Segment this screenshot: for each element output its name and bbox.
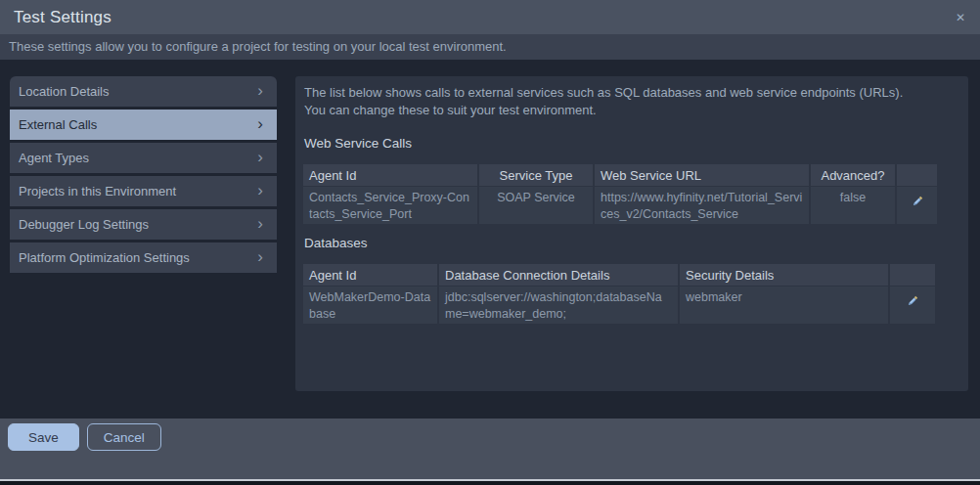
ws-cell-url: https://www.hyfinity.net/Tutorial_Servic… <box>595 187 809 224</box>
cancel-button[interactable]: Cancel <box>87 423 161 451</box>
sidebar-item-projects-in-environment[interactable]: Projects in this Environment › <box>10 176 277 206</box>
sidebar-item-location-details[interactable]: Location Details › <box>10 76 277 107</box>
chevron-right-icon: › <box>257 182 263 198</box>
column-header-web-service-url: Web Service URL <box>595 164 809 186</box>
sidebar-item-label: Agent Types <box>19 151 89 165</box>
sidebar-item-external-calls[interactable]: External Calls › <box>10 110 277 140</box>
chevron-right-icon: › <box>257 82 263 99</box>
sidebar-item-debugger-log-settings[interactable]: Debugger Log Settings › <box>10 209 277 240</box>
column-header-advanced: Advanced? <box>811 164 895 186</box>
dialog-title: Test Settings <box>14 8 111 27</box>
sidebar-item-label: Platform Optimization Settings <box>19 250 190 265</box>
sidebar-item-platform-optimization-settings[interactable]: Platform Optimization Settings › <box>10 242 277 273</box>
ws-cell-agent-id: Contacts_Service_Proxy-Contacts_Service_… <box>303 187 477 224</box>
subtitle-bar: These settings allow you to configure a … <box>0 34 980 60</box>
web-service-calls-table: Agent Id Service Type Web Service URL Ad… <box>303 164 937 224</box>
column-header-security-details: Security Details <box>680 264 888 286</box>
settings-nav: Location Details › External Calls › Agen… <box>10 76 277 419</box>
title-bar: Test Settings ✕ <box>0 0 980 34</box>
column-header-agent-id: Agent Id <box>303 164 477 186</box>
dialog-subtitle: These settings allow you to configure a … <box>9 39 507 54</box>
db-cell-connection: jdbc:sqlserver://washington;databaseName… <box>439 287 678 324</box>
web-service-calls-heading: Web Service Calls <box>304 136 958 151</box>
ws-cell-advanced: false <box>811 187 895 224</box>
pencil-icon <box>911 195 924 213</box>
db-cell-security: webmaker <box>680 287 888 324</box>
sidebar-item-label: Location Details <box>19 84 110 99</box>
page-background-strip <box>0 481 980 485</box>
panel-description-line2: You can change these to suit your test e… <box>304 102 958 119</box>
column-header-connection-details: Database Connection Details <box>439 264 678 286</box>
save-button[interactable]: Save <box>8 423 79 451</box>
ws-cell-service-type: SOAP Service <box>479 187 593 224</box>
sidebar-item-label: Debugger Log Settings <box>19 217 149 232</box>
sidebar-item-label: Projects in this Environment <box>19 184 176 198</box>
column-header-edit <box>890 264 935 286</box>
databases-table: Agent Id Database Connection Details Sec… <box>303 264 937 324</box>
close-icon[interactable]: ✕ <box>953 10 968 25</box>
external-calls-panel: The list below shows calls to external s… <box>295 76 968 391</box>
dialog-body: Location Details › External Calls › Agen… <box>0 60 980 419</box>
column-header-service-type: Service Type <box>479 164 593 186</box>
panel-description-line1: The list below shows calls to external s… <box>304 84 958 102</box>
chevron-right-icon: › <box>257 215 263 232</box>
sidebar-item-label: External Calls <box>19 117 97 132</box>
chevron-right-icon: › <box>257 115 263 132</box>
db-edit-button[interactable] <box>890 287 935 324</box>
db-cell-agent-id: WebMakerDemo-Database <box>303 287 437 324</box>
column-header-agent-id: Agent Id <box>303 264 437 286</box>
dialog-footer: Save Cancel <box>0 419 980 479</box>
chevron-right-icon: › <box>257 149 263 165</box>
pencil-icon <box>906 294 919 313</box>
sidebar-item-agent-types[interactable]: Agent Types › <box>10 143 277 173</box>
column-header-edit <box>897 164 937 186</box>
test-settings-dialog: Test Settings ✕ These settings allow you… <box>0 0 980 485</box>
databases-heading: Databases <box>304 236 958 250</box>
ws-edit-button[interactable] <box>897 187 937 224</box>
chevron-right-icon: › <box>257 248 263 265</box>
